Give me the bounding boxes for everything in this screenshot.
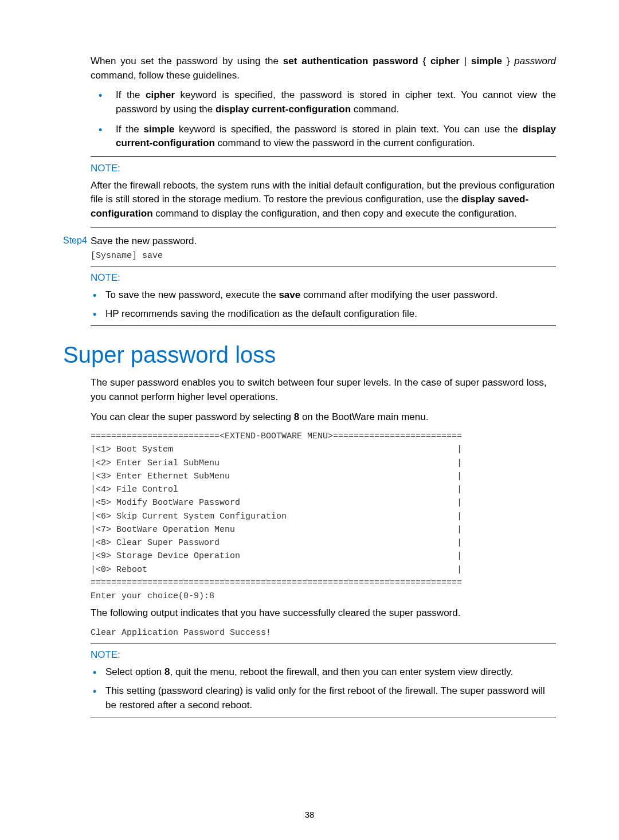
list-item: If the cipher keyword is specified, the …: [91, 88, 556, 116]
keyword-simple: simple: [144, 124, 175, 135]
option-8: 8: [294, 411, 299, 422]
note-label: NOTE:: [91, 163, 556, 174]
text: Select option: [105, 666, 164, 677]
text: command to display the configuration, an…: [153, 208, 517, 219]
divider: [91, 227, 556, 227]
divider: [91, 643, 556, 643]
note-list: Select option 8, quit the menu, reboot t…: [91, 665, 556, 712]
super-para-1: The super password enables you to switch…: [91, 376, 556, 404]
content-column: When you set the password by using the s…: [91, 54, 556, 717]
clear-paragraph: The following output indicates that you …: [91, 606, 556, 621]
text: }: [502, 56, 514, 66]
list-item: If the simple keyword is specified, the …: [91, 123, 556, 151]
text: keyword is specified, the password is st…: [174, 124, 522, 135]
super-para-2: You can clear the super password by sele…: [91, 410, 556, 425]
option-cipher: cipher: [430, 56, 460, 66]
argument-password: password: [514, 56, 556, 66]
text: on the BootWare main menu.: [299, 411, 428, 422]
text: |: [460, 56, 471, 66]
code-block: [Sysname] save: [91, 249, 556, 262]
list-item: HP recommends saving the modification as…: [91, 307, 556, 321]
text: {: [418, 56, 430, 66]
text: , quit the menu, reboot the firewall, an…: [170, 666, 513, 677]
list-item: This setting (password clearing) is vali…: [91, 684, 556, 712]
text: When you set the password by using the: [91, 56, 283, 66]
divider: [91, 266, 556, 266]
section-heading: Super password loss: [63, 342, 556, 368]
text: If the: [116, 124, 144, 135]
keyword-cipher: cipher: [146, 89, 175, 100]
step-text: Save the new password.: [91, 235, 197, 247]
note-label: NOTE:: [91, 649, 556, 661]
page-number: 38: [0, 810, 619, 819]
option-simple: simple: [471, 56, 502, 66]
text: command, follow these guidelines.: [91, 70, 240, 81]
bootware-menu-code: =========================<EXTEND-BOOTWAR…: [91, 430, 556, 603]
divider: [91, 717, 556, 717]
text: If the: [116, 89, 146, 100]
clear-output-code: Clear Application Password Success!: [91, 626, 556, 639]
divider: [91, 325, 556, 326]
divider: [91, 156, 556, 157]
intro-paragraph: When you set the password by using the s…: [91, 54, 556, 83]
command-display: display current-configuration: [216, 104, 351, 115]
step4-row: Step4 Save the new password.: [63, 235, 556, 247]
note-list: To save the new password, execute the sa…: [91, 288, 556, 321]
list-item: To save the new password, execute the sa…: [91, 288, 556, 303]
text: command.: [351, 104, 399, 115]
text: command to view the password in the curr…: [215, 138, 475, 148]
command-save: save: [279, 289, 300, 300]
document-page: When you set the password by using the s…: [0, 0, 619, 840]
text: To save the new password, execute the: [105, 289, 279, 300]
step-label: Step4: [63, 235, 91, 246]
list-item: Select option 8, quit the menu, reboot t…: [91, 665, 556, 680]
command-name: set authentication password: [283, 56, 418, 66]
note-paragraph: After the firewall reboots, the system r…: [91, 179, 556, 221]
text: command after modifying the user passwor…: [300, 289, 497, 300]
text: You can clear the super password by sele…: [91, 411, 294, 422]
guidelines-list: If the cipher keyword is specified, the …: [91, 88, 556, 151]
note-label: NOTE:: [91, 272, 556, 284]
